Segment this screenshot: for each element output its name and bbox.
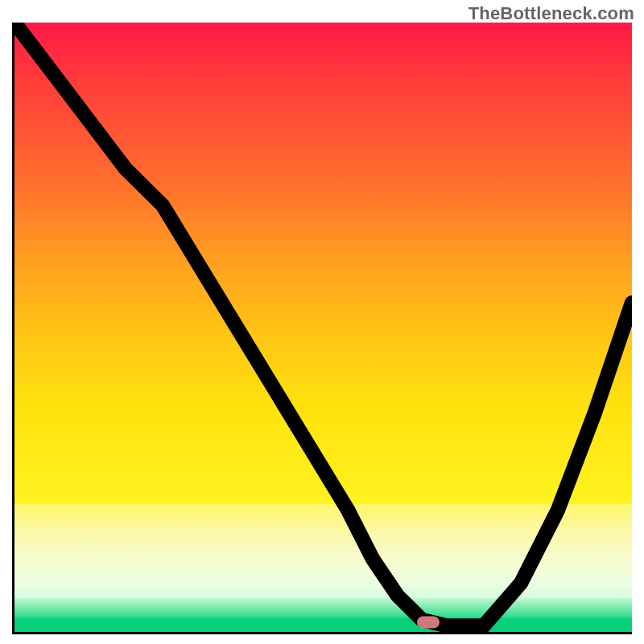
watermark-text: TheBottleneck.com <box>469 3 634 24</box>
plot-area <box>12 23 632 634</box>
optimal-marker <box>417 616 440 628</box>
curve-svg <box>14 23 632 632</box>
bottleneck-chart: TheBottleneck.com <box>0 0 644 644</box>
bottleneck-curve <box>14 23 632 625</box>
